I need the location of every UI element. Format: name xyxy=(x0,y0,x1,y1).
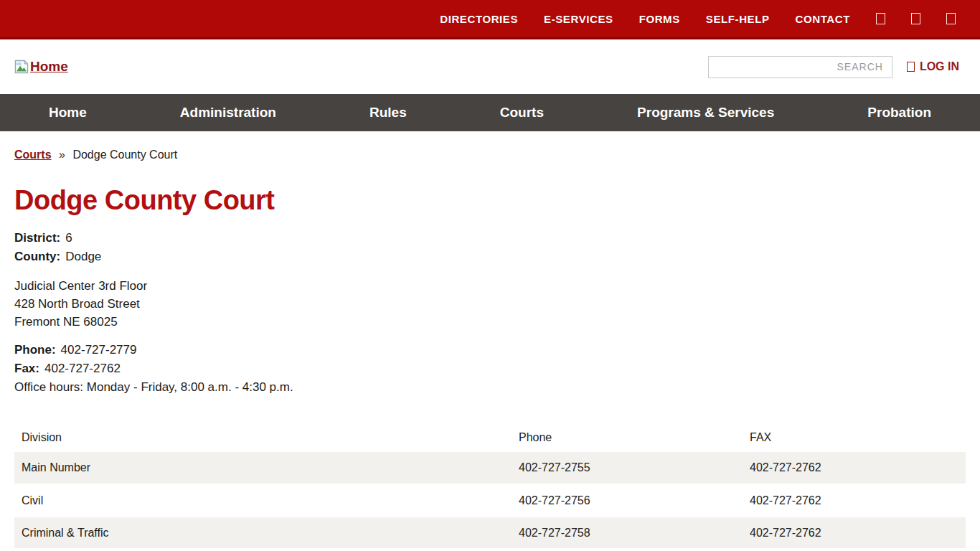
address-line-2: 428 North Broad Street xyxy=(14,295,966,313)
main-nav: Home Administration Rules Courts Program… xyxy=(0,94,980,131)
login-link[interactable]: LOG IN xyxy=(907,60,959,73)
office-hours: Office hours: Monday - Friday, 8:00 a.m.… xyxy=(14,378,966,397)
division-cell: Civil xyxy=(14,484,512,517)
page-title: Dodge County Court xyxy=(14,185,966,216)
home-link[interactable]: Home xyxy=(14,59,68,75)
home-link-label: Home xyxy=(30,59,68,75)
division-table: Division Phone FAX Main Number 402-727-2… xyxy=(14,423,966,550)
court-meta: District:6 County:Dodge xyxy=(14,229,966,266)
table-header-row: Division Phone FAX xyxy=(14,423,966,452)
column-header-fax: FAX xyxy=(743,423,966,452)
social-icon-1[interactable] xyxy=(876,13,885,24)
topbar-item-directories[interactable]: DIRECTORIES xyxy=(440,13,518,25)
topbar-item-e-services[interactable]: E-SERVICES xyxy=(544,13,613,25)
login-label: LOG IN xyxy=(920,60,959,73)
social-icon-2[interactable] xyxy=(911,13,920,24)
fax-cell: 402-727-2762 xyxy=(743,452,966,484)
fax-label: Fax: xyxy=(14,362,39,375)
topbar-item-forms[interactable]: FORMS xyxy=(639,13,680,25)
fax-field: Fax:402-727-2762 xyxy=(14,359,966,378)
broken-image-icon xyxy=(14,60,29,74)
district-field: District:6 xyxy=(14,229,966,248)
county-field: County:Dodge xyxy=(14,248,966,266)
login-icon xyxy=(907,62,915,72)
breadcrumb-link-courts[interactable]: Courts xyxy=(14,149,52,161)
division-cell: Criminal & Traffic xyxy=(14,517,512,549)
county-value: Dodge xyxy=(65,250,101,263)
nav-item-home[interactable]: Home xyxy=(49,105,87,121)
fax-cell: 402-727-2762 xyxy=(743,484,966,517)
phone-cell: 402-727-2756 xyxy=(512,484,743,517)
table-row: Civil 402-727-2756 402-727-2762 xyxy=(14,484,966,517)
topbar-item-contact[interactable]: CONTACT xyxy=(796,13,850,25)
address-line-1: Judicial Center 3rd Floor xyxy=(14,277,966,295)
fax-value: 402-727-2762 xyxy=(44,362,121,375)
nav-item-probation[interactable]: Probation xyxy=(867,105,931,121)
phone-cell: 402-727-2758 xyxy=(512,517,743,549)
column-header-division: Division xyxy=(14,423,512,452)
breadcrumb-separator: » xyxy=(59,149,65,161)
table-row: Main Number 402-727-2755 402-727-2762 xyxy=(14,452,966,484)
court-contact: Phone:402-727-2779 Fax:402-727-2762 Offi… xyxy=(14,341,966,397)
phone-label: Phone: xyxy=(14,343,56,357)
nav-item-rules[interactable]: Rules xyxy=(369,105,407,121)
phone-field: Phone:402-727-2779 xyxy=(14,341,966,359)
county-label: County: xyxy=(14,250,60,263)
court-address: Judicial Center 3rd Floor 428 North Broa… xyxy=(14,277,966,331)
district-value: 6 xyxy=(65,231,72,245)
nav-item-programs-services[interactable]: Programs & Services xyxy=(637,105,774,121)
phone-value: 402-727-2779 xyxy=(61,343,137,357)
nav-item-courts[interactable]: Courts xyxy=(500,105,544,121)
fax-cell: 402-727-2762 xyxy=(743,517,966,549)
breadcrumb: Courts » Dodge County Court xyxy=(14,149,966,161)
address-line-3: Fremont NE 68025 xyxy=(14,313,966,331)
search-input[interactable] xyxy=(708,56,892,78)
phone-cell: 402-727-2755 xyxy=(512,452,743,484)
topbar-nav: DIRECTORIES E-SERVICES FORMS SELF-HELP C… xyxy=(440,13,956,25)
breadcrumb-current: Dodge County Court xyxy=(72,149,177,161)
topbar-item-self-help[interactable]: SELF-HELP xyxy=(706,13,770,25)
main-content: Courts » Dodge County Court Dodge County… xyxy=(0,149,980,550)
site-header: Home LOG IN xyxy=(0,39,980,94)
social-icon-3[interactable] xyxy=(946,13,956,24)
table-row: Criminal & Traffic 402-727-2758 402-727-… xyxy=(14,517,966,549)
nav-item-administration[interactable]: Administration xyxy=(180,105,276,121)
header-right: LOG IN xyxy=(708,56,959,78)
column-header-phone: Phone xyxy=(512,423,743,452)
district-label: District: xyxy=(14,231,60,245)
division-cell: Main Number xyxy=(14,452,512,484)
topbar: DIRECTORIES E-SERVICES FORMS SELF-HELP C… xyxy=(0,0,980,39)
